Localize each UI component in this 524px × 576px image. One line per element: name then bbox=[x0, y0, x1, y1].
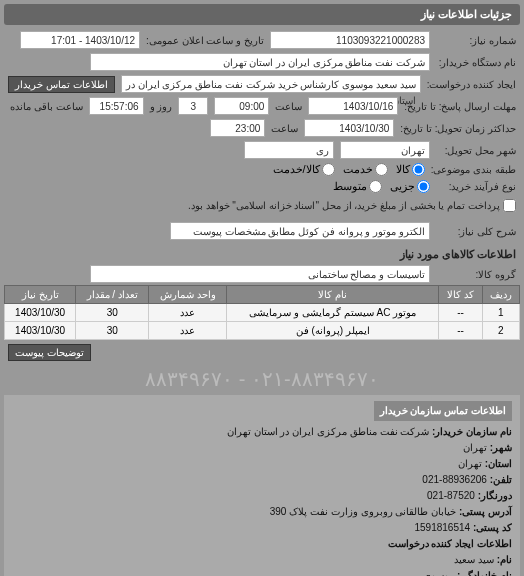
radio-kala-khedmat-label: کالا/خدمت bbox=[273, 163, 320, 176]
buyer-dev-label: نام دستگاه خریدار: bbox=[436, 57, 516, 68]
f2-l: شهر: bbox=[490, 442, 512, 453]
group-field: تاسیسات و مصالح ساختمانی bbox=[90, 265, 430, 283]
delivery-time-field: 23:00 bbox=[210, 119, 265, 137]
f8-h: اطلاعات ایجاد کننده درخواست bbox=[388, 538, 512, 549]
col-code: کد کالا bbox=[439, 286, 482, 304]
time-label-1: ساعت bbox=[275, 101, 302, 112]
goods-table: ردیف کد کالا نام کالا واحد شمارش تعداد /… bbox=[4, 285, 520, 340]
f7-v: 1591816514 bbox=[414, 522, 470, 533]
radio-jozi-label: جزیی bbox=[390, 180, 415, 193]
f5-l: دورنگار: bbox=[478, 490, 512, 501]
req-no-field: 1103093221000283 bbox=[270, 31, 430, 49]
table-row: 1 -- موتور AC سیستم گرمایشی و سرمایشی عد… bbox=[5, 304, 520, 322]
f5-v: 87520-021 bbox=[427, 490, 475, 501]
treasury-check[interactable]: پرداخت تمام یا بخشی از مبلغ خرید، از محل… bbox=[188, 199, 516, 212]
f4-l: تلفن: bbox=[490, 474, 512, 485]
deadline-date-field: 1403/10/16 bbox=[308, 97, 398, 115]
req-no-label: شماره نیاز: bbox=[436, 35, 516, 46]
radio-kala-input[interactable] bbox=[412, 163, 425, 176]
creator-field: سید سعید موسوی کارشناس خرید شرکت نفت منا… bbox=[121, 75, 421, 93]
buyer-info-panel: اطلاعات تماس سازمان خریدار نام سازمان خر… bbox=[4, 395, 520, 576]
f4-v: 88936206-021 bbox=[422, 474, 487, 485]
watermark-text: ۰۲۱-۸۸۳۴۹۶۷۰ - ۸۸۳۴۹۶۷۰ bbox=[4, 363, 520, 395]
cell-code: -- bbox=[439, 304, 482, 322]
buyer-info-header: اطلاعات تماس سازمان خریدار bbox=[374, 401, 512, 421]
radio-motavaset-input[interactable] bbox=[369, 180, 382, 193]
pkg-type-label: طبقه بندی موضوعی: bbox=[431, 164, 516, 175]
radio-kala-khedmat[interactable]: کالا/خدمت bbox=[273, 163, 335, 176]
days-label: روز و bbox=[150, 101, 173, 112]
cell-qty: 30 bbox=[76, 304, 149, 322]
f2-v: تهران bbox=[463, 442, 487, 453]
buyer-dev-field: شرکت نفت مناطق مرکزی ایران در استان تهرا… bbox=[90, 53, 430, 71]
cell-row: 1 bbox=[482, 304, 519, 322]
cell-qty: 30 bbox=[76, 322, 149, 340]
cell-unit: عدد bbox=[149, 322, 227, 340]
delivery-label: حداکثر زمان تحویل: تا تاریخ: bbox=[400, 123, 516, 134]
announce-label: تاریخ و ساعت اعلان عمومی: bbox=[146, 35, 264, 46]
f1-l: نام سازمان خریدار: bbox=[432, 426, 512, 437]
f9-l: نام: bbox=[497, 554, 512, 565]
remaining-label: ساعت باقی مانده bbox=[10, 101, 83, 112]
treasury-note: پرداخت تمام یا بخشی از مبلغ خرید، از محل… bbox=[188, 200, 500, 211]
group-label: گروه کالا: bbox=[436, 269, 516, 280]
col-name: نام کالا bbox=[227, 286, 439, 304]
radio-jozi-input[interactable] bbox=[417, 180, 430, 193]
goods-section-title: اطلاعات کالاهای مورد نیاز bbox=[4, 242, 520, 263]
cell-row: 2 bbox=[482, 322, 519, 340]
f10-v: موسوی bbox=[423, 570, 454, 576]
f7-l: کد پستی: bbox=[473, 522, 512, 533]
f6-v: خیابان طالقانی روبروی وزارت نفت پلاک 390 bbox=[270, 506, 456, 517]
cell-unit: عدد bbox=[149, 304, 227, 322]
desc-label: شرح کلی نیاز: bbox=[436, 226, 516, 237]
cell-name: ایمپلر (پروانه) فن bbox=[227, 322, 439, 340]
cell-date: 1403/10/30 bbox=[5, 322, 76, 340]
cell-code: -- bbox=[439, 322, 482, 340]
delivery-date-field: 1403/10/30 bbox=[304, 119, 394, 137]
desc-field: الکترو موتور و پروانه فن کوئل مطابق مشخص… bbox=[170, 222, 430, 240]
cell-date: 1403/10/30 bbox=[5, 304, 76, 322]
remaining-time-field: 15:57:06 bbox=[89, 97, 144, 115]
attachments-button[interactable]: توضیحات پیوست bbox=[8, 344, 91, 361]
days-field: 3 bbox=[178, 97, 208, 115]
creator-label: ایجاد کننده درخواست: bbox=[427, 79, 516, 90]
cell-name: موتور AC سیستم گرمایشی و سرمایشی bbox=[227, 304, 439, 322]
radio-jozi[interactable]: جزیی bbox=[390, 180, 430, 193]
col-row: ردیف bbox=[482, 286, 519, 304]
f3-l: استان: bbox=[485, 458, 512, 469]
col-unit: واحد شمارش bbox=[149, 286, 227, 304]
buyer-contact-button[interactable]: اطلاعات تماس خریدار bbox=[8, 76, 115, 93]
f1-v: شرکت نفت مناطق مرکزی ایران در استان تهرا… bbox=[227, 426, 429, 437]
city-name-field: ری bbox=[244, 141, 334, 159]
radio-kala-label: کالا bbox=[396, 163, 410, 176]
deadline-label: مهلت ارسال پاسخ: تا تاریخ: bbox=[404, 101, 516, 112]
radio-khedmat[interactable]: خدمت bbox=[343, 163, 388, 176]
col-qty: تعداد / مقدار bbox=[76, 286, 149, 304]
process-type-radios: جزیی متوسط bbox=[333, 180, 430, 193]
time-label-2: ساعت bbox=[271, 123, 298, 134]
radio-kala[interactable]: کالا bbox=[396, 163, 425, 176]
f3-v: تهران bbox=[458, 458, 482, 469]
table-row: 2 -- ایمپلر (پروانه) فن عدد 30 1403/10/3… bbox=[5, 322, 520, 340]
f10-l: نام خانوادگی: bbox=[457, 570, 512, 576]
col-date: تاریخ نیاز bbox=[5, 286, 76, 304]
city-label: شهر محل تحویل: bbox=[436, 145, 516, 156]
radio-kala-khedmat-input[interactable] bbox=[322, 163, 335, 176]
radio-khedmat-label: خدمت bbox=[343, 163, 373, 176]
panel-header: جزئیات اطلاعات نیاز bbox=[4, 4, 520, 25]
f6-l: آدرس پستی: bbox=[459, 506, 512, 517]
f9-v: سید سعید bbox=[454, 554, 494, 565]
deadline-time-field: 09:00 bbox=[214, 97, 269, 115]
radio-khedmat-input[interactable] bbox=[375, 163, 388, 176]
radio-motavaset-label: متوسط bbox=[333, 180, 367, 193]
process-type-label: نوع فرآیند خرید: bbox=[436, 181, 516, 192]
pkg-type-radios: کالا خدمت کالا/خدمت bbox=[273, 163, 425, 176]
radio-motavaset[interactable]: متوسط bbox=[333, 180, 382, 193]
treasury-checkbox[interactable] bbox=[503, 199, 516, 212]
announce-field: 1403/10/12 - 17:01 bbox=[20, 31, 140, 49]
city-province-field: تهران bbox=[340, 141, 430, 159]
